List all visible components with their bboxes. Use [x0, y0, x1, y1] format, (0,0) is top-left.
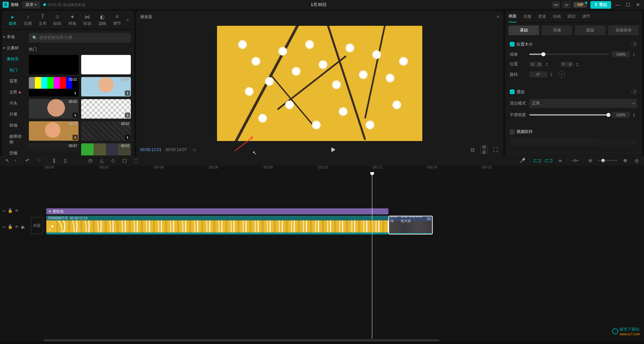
collapse-icon[interactable]: « — [124, 18, 131, 22]
prop-tab[interactable]: 动画 — [553, 11, 561, 22]
main-menu-button[interactable]: 菜单▾ — [22, 1, 40, 8]
mute-icon[interactable]: 🔈 — [21, 224, 26, 229]
zoom-out-icon[interactable]: ⊖ — [586, 156, 594, 164]
minimize-button[interactable]: — — [614, 2, 621, 7]
prop-tab[interactable]: 音频 — [523, 11, 531, 22]
delete-tool[interactable]: ▯ — [61, 156, 69, 164]
snapshot-icon[interactable]: ⊡ — [469, 146, 476, 153]
prop-tab[interactable]: 变速 — [538, 11, 546, 22]
download-icon[interactable]: ⬇ — [125, 90, 130, 96]
media-thumb[interactable]: ⬇ — [81, 99, 131, 119]
zoom-in-icon[interactable]: ⊕ — [621, 156, 629, 164]
position-y-input[interactable]: Y 0 — [560, 62, 574, 67]
eye-icon[interactable]: 👁 — [15, 208, 19, 213]
link-icon[interactable]: ∞ — [3, 224, 6, 229]
nav-cloud[interactable]: 云素材 — [2, 43, 29, 54]
eye-icon[interactable]: 👁 — [15, 224, 19, 229]
prop-tab[interactable]: 画面 — [508, 11, 517, 22]
link-icon[interactable]: ∞ — [556, 156, 564, 164]
cover-button[interactable]: 封面 — [31, 217, 43, 234]
subnav-item[interactable]: 背景 — [2, 76, 29, 87]
scale-slider[interactable] — [529, 54, 608, 55]
prop-tab[interactable]: 跟踪 — [568, 11, 576, 22]
blend-reset-icon[interactable]: ↺ — [631, 89, 637, 95]
zoom-slider[interactable] — [598, 160, 618, 161]
magnet-main-icon[interactable]: ⊏⊐ — [533, 156, 541, 164]
prop-subtab[interactable]: 蒙版 — [575, 25, 605, 35]
redo-button[interactable]: ↷ — [35, 156, 43, 164]
rotate-dial[interactable]: • — [558, 71, 565, 78]
preview-canvas[interactable] — [217, 26, 422, 141]
magnet-link-icon[interactable]: ⊏⊐ — [545, 156, 553, 164]
download-icon[interactable]: ⬇ — [72, 113, 78, 118]
download-icon[interactable]: ⬇ — [72, 90, 78, 96]
track-area[interactable]: ∞ 🔓 👁 ✦ 变彩色 ∞ 🔓 👁 🔈 封面 实拍植物开花00:00:12:19 — [0, 172, 644, 339]
video-clip-1[interactable]: 实拍植物开花00:00:12:19 — [46, 216, 388, 234]
media-tab-2[interactable]: T文本 — [35, 13, 50, 26]
media-thumb[interactable]: 00:02⬇ — [81, 77, 131, 96]
effect-clip[interactable]: ✦ 变彩色 — [46, 208, 388, 214]
media-tab-4[interactable]: ✦特效 — [65, 13, 80, 26]
pointer-tool[interactable]: ↖ — [3, 156, 11, 164]
ratio-button[interactable]: 适应 — [480, 146, 488, 153]
opacity-slider[interactable] — [529, 114, 608, 116]
download-icon[interactable]: ⬇ — [125, 113, 130, 118]
pos-y-stepper[interactable]: ▴▾ — [577, 62, 581, 67]
maximize-button[interactable]: ☐ — [625, 2, 631, 7]
pos-x-stepper[interactable]: ▴▾ — [546, 62, 550, 67]
subnav-item[interactable]: 故障动画 — [2, 131, 29, 148]
zoom-fit-icon[interactable]: ◎ — [633, 156, 641, 164]
position-x-input[interactable]: X 0 — [529, 62, 543, 67]
time-ruler[interactable]: |00:00|00:02|00:04|00:06|00:08|00:10|00:… — [0, 165, 644, 172]
crop-tool[interactable]: ▢ — [120, 156, 128, 164]
download-icon[interactable]: ⬇ — [72, 135, 78, 140]
vip-badge[interactable]: VIP — [574, 2, 587, 7]
pos-size-checkbox[interactable]: ✓ — [510, 42, 515, 47]
media-thumb[interactable]: 00:02⬇ — [81, 143, 131, 155]
media-thumb[interactable] — [81, 55, 131, 74]
link-icon[interactable]: ∞ — [3, 208, 6, 213]
preview-list-icon[interactable]: ▤ — [191, 146, 198, 153]
subnav-item[interactable]: 热门 — [2, 65, 29, 76]
media-tab-7[interactable]: ≡调节 — [110, 13, 124, 26]
media-tab-0[interactable]: ▸媒体 — [5, 13, 20, 26]
mirror-tool[interactable]: △ — [98, 156, 106, 164]
subnav-item[interactable]: 转场 — [2, 120, 29, 131]
playhead[interactable] — [372, 172, 372, 339]
video-clip-2[interactable]: 影视 转影视 转场 哈哈哈大笑00 — [388, 216, 433, 234]
mask-tool[interactable]: ⬚ — [132, 156, 140, 164]
fullscreen-icon[interactable]: ⛶ — [492, 146, 499, 153]
rotate-stepper[interactable]: ▴▾ — [551, 72, 555, 77]
media-thumb[interactable]: 00:02⬇ — [81, 121, 131, 141]
scale-stepper[interactable]: ▴▾ — [633, 52, 637, 57]
media-tab-3[interactable]: ☺贴纸 — [50, 13, 65, 26]
preview-cut-icon[interactable]: ⊣⊢ — [571, 156, 579, 164]
media-thumb[interactable]: 00:02⬇ — [29, 77, 78, 96]
media-thumb[interactable] — [29, 55, 78, 74]
opacity-stepper[interactable]: ▴▾ — [633, 113, 637, 117]
media-thumb[interactable]: 00:07⬇ — [29, 143, 78, 155]
export-button[interactable]: ⇧ 导出 — [590, 1, 611, 9]
close-button[interactable]: ✕ — [635, 2, 641, 7]
split-tool[interactable]: ‖ — [50, 156, 58, 164]
play-button[interactable] — [330, 146, 337, 153]
media-tab-5[interactable]: ⋈转场 — [80, 13, 95, 26]
nav-library[interactable]: 素材库 — [2, 54, 29, 65]
blend-checkbox[interactable]: ✓ — [510, 89, 515, 94]
pos-size-reset-icon[interactable]: ↺ — [631, 41, 637, 47]
media-search-input[interactable]: 🔍 搜索视频场景/元素 — [29, 33, 131, 43]
subnav-item[interactable]: 元宵 — [2, 87, 29, 98]
subnav-item[interactable]: 片头 — [2, 98, 29, 109]
opacity-value[interactable]: 100% — [612, 112, 630, 118]
nav-local[interactable]: 本地 — [2, 31, 29, 43]
layout-icon[interactable]: ▤▾ — [563, 2, 570, 8]
prop-subtab[interactable]: 基础 — [508, 25, 539, 35]
undo-button[interactable]: ↶ — [23, 156, 32, 164]
rotate-tool[interactable]: ◇ — [109, 156, 117, 164]
lock-icon[interactable]: 🔓 — [8, 208, 13, 213]
scale-value[interactable]: 100% — [612, 51, 630, 57]
subnav-item[interactable]: 空镜 — [2, 148, 29, 155]
subnav-item[interactable]: 片尾 — [2, 109, 29, 120]
media-thumb[interactable]: 00:02⬇ — [29, 99, 78, 119]
stabilize-checkbox[interactable] — [510, 130, 515, 134]
